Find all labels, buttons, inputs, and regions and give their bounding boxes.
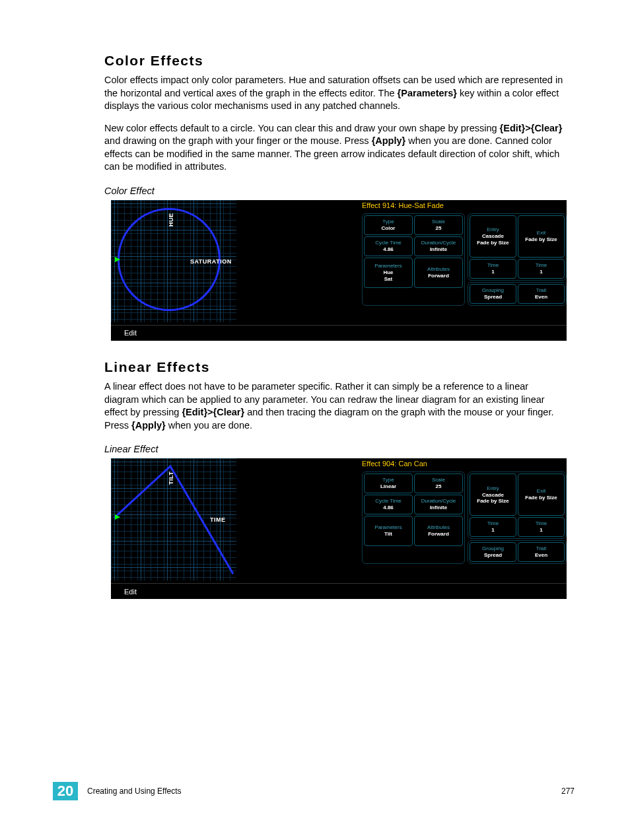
exit-cell[interactable]: ExitFade by Size — [518, 473, 565, 516]
color-effects-heading: Color Effects — [104, 53, 565, 69]
chapter-number: 20 — [53, 782, 78, 800]
chapter-title: Creating and Using Effects — [87, 787, 561, 796]
duration-cell[interactable]: Duration/CycleInfinite — [414, 236, 463, 256]
color-effect-panel: HUE SATURATION Effect 914: Hue-Sat Fade … — [111, 200, 567, 341]
color-effect-caption: Color Effect — [104, 186, 565, 196]
parameters-cell[interactable]: ParametersTilt — [364, 516, 413, 546]
linear-effect-panel: TILT TIME Effect 904: Can Can TypeLinear… — [111, 458, 567, 599]
effect-title: Effect 914: Hue-Sat Fade — [362, 201, 567, 209]
direction-arrow-icon — [115, 257, 120, 262]
effect-title: Effect 904: Can Can — [362, 460, 567, 468]
type-cell[interactable]: TypeLinear — [364, 473, 413, 493]
time-entry-cell[interactable]: Time1 — [470, 517, 516, 537]
linear-effect-caption: Linear Effect — [104, 444, 565, 454]
color-effect-graph[interactable]: HUE SATURATION — [111, 200, 236, 322]
color-effects-p1: Color effects impact only color paramete… — [104, 74, 565, 113]
trail-cell[interactable]: TrailEven — [518, 284, 565, 304]
entry-cell[interactable]: EntryCascade Fade by Size — [470, 473, 516, 516]
entry-cell[interactable]: EntryCascade Fade by Size — [470, 215, 516, 258]
y-axis-label: HUE — [168, 213, 174, 227]
edit-button[interactable]: Edit — [124, 588, 137, 596]
time-exit-cell[interactable]: Time1 — [518, 259, 565, 279]
time-entry-cell[interactable]: Time1 — [470, 259, 516, 279]
scale-cell[interactable]: Scale25 — [414, 473, 463, 493]
cycle-time-cell[interactable]: Cycle Time4.86 — [364, 495, 413, 514]
page-number: 277 — [561, 787, 575, 796]
trail-cell[interactable]: TrailEven — [518, 542, 565, 562]
grouping-cell[interactable]: GroupingSpread — [470, 542, 516, 562]
attributes-cell[interactable]: AttributesForward — [414, 258, 463, 288]
attributes-cell[interactable]: AttributesForward — [414, 516, 463, 546]
edit-button[interactable]: Edit — [124, 329, 137, 337]
x-axis-label: TIME — [210, 516, 226, 523]
direction-arrow-icon — [115, 514, 120, 520]
color-effects-p2: New color effects default to a circle. Y… — [104, 122, 565, 174]
grouping-cell[interactable]: GroupingSpread — [470, 284, 516, 304]
parameters-cell[interactable]: ParametersHue Sat — [364, 258, 413, 288]
time-exit-cell[interactable]: Time1 — [518, 517, 565, 537]
x-axis-label: SATURATION — [190, 258, 232, 265]
duration-cell[interactable]: Duration/CycleInfinite — [414, 495, 463, 514]
scale-cell[interactable]: Scale25 — [414, 215, 463, 235]
linear-effects-heading: Linear Effects — [104, 359, 565, 375]
exit-cell[interactable]: ExitFade by Size — [518, 215, 565, 258]
linear-effects-p1: A linear effect does not have to be para… — [104, 380, 565, 432]
linear-effect-graph[interactable]: TILT TIME — [111, 458, 236, 580]
y-axis-label: TILT — [168, 472, 174, 485]
type-cell[interactable]: TypeColor — [364, 215, 413, 235]
cycle-time-cell[interactable]: Cycle Time4.86 — [364, 236, 413, 256]
